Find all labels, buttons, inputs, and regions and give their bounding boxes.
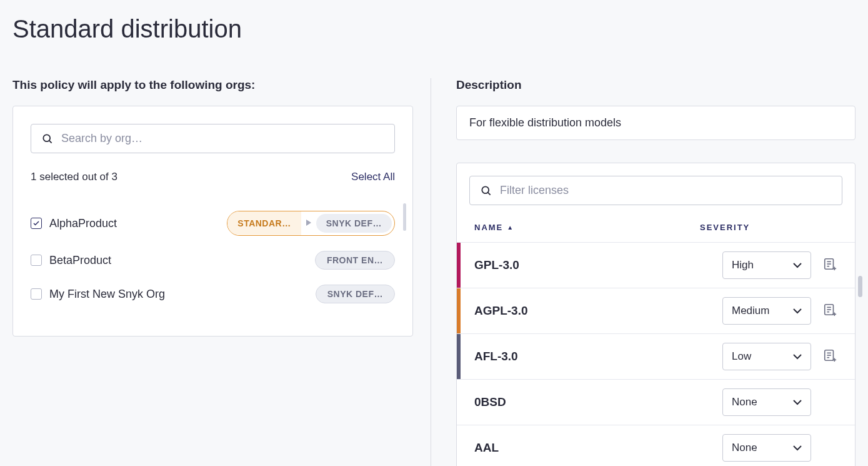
- chevron-right-icon: [301, 219, 316, 228]
- search-icon: [480, 185, 492, 197]
- scrollbar-thumb[interactable]: [858, 276, 862, 297]
- orgs-card: 1 selected out of 3 Select All AlphaProd…: [12, 106, 413, 337]
- license-name: AGPL-3.0: [474, 304, 722, 318]
- org-search-wrap[interactable]: [31, 124, 395, 153]
- license-name: AAL: [474, 441, 722, 455]
- severity-value: Low: [732, 350, 751, 363]
- severity-value: Medium: [732, 305, 769, 317]
- license-table: GPL-3.0 High A: [457, 242, 855, 466]
- license-name: 0BSD: [474, 395, 722, 409]
- org-badge[interactable]: SNYK DEF…: [316, 285, 395, 303]
- license-panel: NAME ▲ SEVERITY GPL-3.0 High: [456, 163, 856, 466]
- severity-select[interactable]: High: [722, 251, 811, 279]
- org-checkbox[interactable]: [31, 218, 42, 229]
- svg-marker-2: [306, 220, 311, 226]
- org-checkbox[interactable]: [31, 288, 42, 300]
- license-filter-wrap[interactable]: [469, 176, 842, 205]
- severity-value: High: [732, 259, 754, 271]
- severity-indicator: [457, 425, 461, 466]
- org-row: BetaProduct FRONT EN…: [31, 243, 395, 277]
- svg-point-3: [482, 186, 489, 193]
- severity-indicator: [457, 380, 461, 425]
- sort-asc-icon: ▲: [507, 224, 514, 231]
- license-row: 0BSD None: [457, 380, 855, 425]
- org-badge-primary: STANDAR…: [227, 211, 301, 236]
- right-column: Description For flexible distribution mo…: [431, 78, 856, 466]
- description-label: Description: [456, 78, 856, 92]
- chevron-down-icon: [793, 442, 802, 454]
- add-note-icon[interactable]: [823, 303, 837, 319]
- add-note-icon[interactable]: [823, 257, 837, 273]
- license-row: GPL-3.0 High: [457, 243, 855, 288]
- severity-select[interactable]: Low: [722, 343, 811, 370]
- search-icon: [41, 133, 54, 145]
- column-header-severity[interactable]: SEVERITY: [700, 223, 812, 232]
- column-header-name[interactable]: NAME ▲: [474, 223, 700, 232]
- severity-value: None: [732, 442, 757, 454]
- org-list: AlphaProduct STANDAR… SNYK DEF…: [31, 203, 395, 311]
- select-all-link[interactable]: Select All: [351, 171, 395, 183]
- org-badge-secondary: SNYK DEF…: [316, 214, 392, 233]
- license-filter-input[interactable]: [500, 184, 832, 197]
- org-checkbox[interactable]: [31, 255, 42, 266]
- orgs-column: This policy will apply to the following …: [12, 78, 431, 466]
- org-name: My First New Snyk Org: [49, 288, 165, 301]
- severity-select[interactable]: None: [722, 434, 811, 462]
- chevron-down-icon: [793, 305, 802, 317]
- org-badge[interactable]: FRONT EN…: [315, 251, 395, 270]
- severity-indicator: [457, 243, 461, 288]
- org-name: BetaProduct: [49, 254, 111, 267]
- chevron-down-icon: [793, 396, 802, 408]
- severity-indicator: [457, 334, 461, 379]
- column-header-name-text: NAME: [474, 223, 503, 232]
- org-badge-group[interactable]: STANDAR… SNYK DEF…: [227, 211, 395, 236]
- orgs-section-label: This policy will apply to the following …: [12, 78, 413, 92]
- license-name: GPL-3.0: [474, 258, 722, 272]
- chevron-down-icon: [793, 350, 802, 363]
- license-table-header: NAME ▲ SEVERITY: [469, 223, 842, 242]
- svg-line-1: [49, 140, 52, 143]
- chevron-down-icon: [793, 259, 802, 271]
- svg-line-4: [488, 192, 491, 195]
- org-search-input[interactable]: [61, 132, 384, 145]
- org-row: My First New Snyk Org SNYK DEF…: [31, 277, 395, 311]
- severity-value: None: [732, 396, 757, 408]
- org-row: AlphaProduct STANDAR… SNYK DEF…: [31, 203, 395, 243]
- description-value[interactable]: For flexible distribution models: [456, 106, 856, 140]
- scrollbar-thumb[interactable]: [403, 203, 406, 231]
- severity-select[interactable]: Medium: [722, 297, 811, 325]
- page-title: Standard distribution: [12, 15, 856, 43]
- license-row: AGPL-3.0 Medium: [457, 288, 855, 334]
- add-note-icon[interactable]: [823, 348, 837, 365]
- svg-point-0: [43, 134, 50, 141]
- severity-indicator: [457, 288, 461, 333]
- severity-select[interactable]: None: [722, 388, 811, 416]
- license-row: AAL None: [457, 425, 855, 466]
- license-name: AFL-3.0: [474, 350, 722, 363]
- license-row: AFL-3.0 Low: [457, 334, 855, 380]
- org-name: AlphaProduct: [49, 217, 117, 230]
- selected-count: 1 selected out of 3: [31, 171, 117, 183]
